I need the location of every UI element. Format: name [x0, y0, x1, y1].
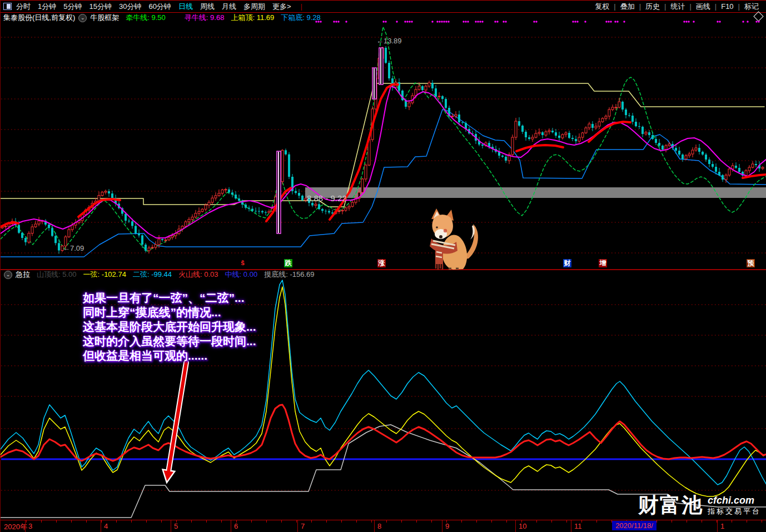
watermark-brand: 财富池 [638, 491, 703, 519]
box-range-label: 8.88 - 9.22 [307, 193, 347, 203]
signal-marker: 财 [563, 259, 571, 267]
time-axis[interactable]: 2020年 2020/11/18/三 345678910111 [1, 520, 766, 532]
low-price-label: ←7.09 [63, 244, 84, 252]
selected-date-label: 2020/11/18/三 [612, 521, 656, 530]
sub-indicator-header: ⌄ 急拉 山顶线: 5.00 一弦: -102.74 二弦: -99.44 火山… [1, 270, 766, 279]
signal-marker: 跌 [284, 259, 292, 267]
axis-month-label: 8 [377, 522, 381, 530]
axis-month-label: 1 [720, 522, 724, 530]
erxian-value: 二弦: -99.44 [133, 270, 172, 280]
axis-month-label: 9 [445, 522, 449, 530]
peak-price-label: ←13.89 [376, 37, 402, 45]
huoshan-line-value: 火山线: 0.03 [178, 270, 218, 280]
watermark-domain: cfchi.com [708, 495, 761, 506]
signal-marker: ŝ [238, 259, 247, 267]
axis-month-label: 3 [28, 522, 32, 530]
yixian-value: 一弦: -102.74 [83, 270, 126, 280]
watermark: 财富池 cfchi.com 指标交易平台 [638, 491, 761, 519]
modi-line-value: 摸底线: -156.69 [264, 270, 314, 280]
axis-month-label: 5 [174, 522, 178, 530]
axis-month-label: 11 [574, 522, 582, 530]
strategy-note-annotation: 如果一旦有了“一弦”、“二弦”... 同时上穿“摸底线”的情况... 这基本是阶… [83, 291, 256, 363]
fox-mascot-image [424, 205, 483, 271]
axis-month-label: 7 [301, 522, 305, 530]
axis-month-label: 6 [234, 522, 238, 530]
main-pane[interactable] [1, 21, 766, 257]
zhongxian-value: 中线: 0.00 [225, 270, 258, 280]
watermark-tagline: 指标交易平台 [708, 506, 761, 516]
axis-month-label: 4 [104, 522, 108, 530]
shanding-line-value: 山顶线: 5.00 [37, 270, 77, 280]
sub-indicator-name: 急拉 [16, 270, 30, 280]
axis-year-label: 2020年 [4, 522, 27, 532]
signal-marker: 涨 [377, 259, 386, 267]
signal-marker: 预 [747, 259, 755, 267]
chevron-down-icon[interactable]: ⌄ [4, 271, 12, 279]
stock-app-window: 分时 1分钟 5分钟 15分钟 30分钟 60分钟 日线 周线 月线 多周期 更… [0, 0, 766, 532]
signal-marker: 增 [599, 259, 607, 267]
axis-month-label: 10 [519, 522, 526, 530]
